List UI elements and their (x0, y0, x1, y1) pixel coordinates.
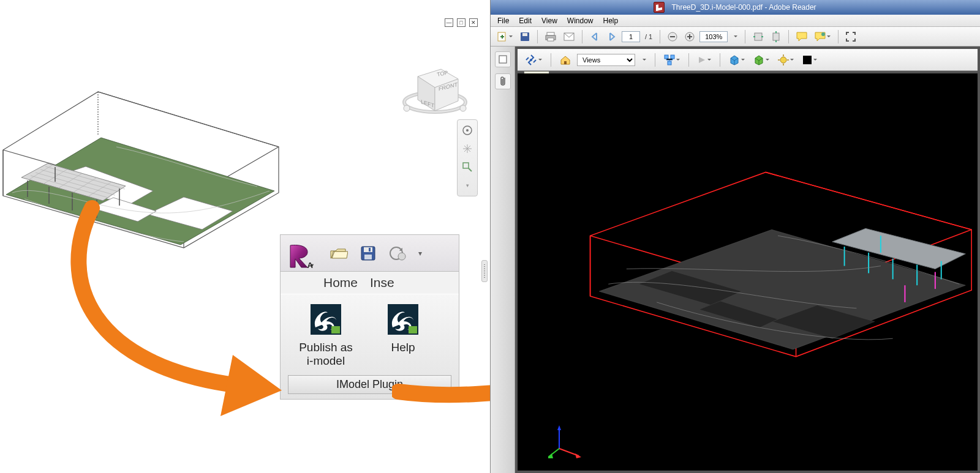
minimize-glyph: — (447, 20, 452, 26)
menu-edit[interactable]: Edit (514, 15, 536, 26)
revit-navbar: ▾ (457, 119, 478, 196)
svg-rect-45 (755, 33, 762, 40)
home-view-button[interactable] (557, 53, 573, 67)
menu-file[interactable]: File (493, 15, 513, 26)
pan-icon[interactable] (461, 142, 474, 155)
panel-splitter-handle[interactable] (481, 260, 488, 282)
zoom-level-input[interactable] (699, 31, 728, 42)
menu-view[interactable]: View (537, 15, 562, 26)
svg-point-50 (530, 59, 532, 61)
svg-rect-54 (668, 61, 671, 65)
quick-access-toolbar: ▼ A ▾ (281, 235, 459, 272)
menubar: File Edit View Window Help (491, 15, 980, 27)
ribbon-panel: Publish as i-model Help IModel Plugin (281, 294, 459, 399)
steering-wheel-icon[interactable] (461, 124, 474, 137)
svg-rect-52 (665, 55, 668, 59)
export-pdf-button[interactable] (494, 29, 515, 44)
next-page-button[interactable] (605, 29, 619, 44)
svg-rect-60 (803, 56, 812, 64)
view-minimize-button[interactable]: — (445, 18, 453, 27)
view-close-button[interactable]: ✕ (469, 18, 478, 27)
bentley-icon (385, 302, 421, 337)
fullscreen-button[interactable] (843, 29, 858, 44)
svg-rect-24 (364, 247, 372, 252)
svg-rect-21 (463, 163, 469, 168)
svg-point-55 (780, 57, 786, 63)
page-total-label: / 1 (643, 33, 655, 40)
email-button[interactable] (561, 29, 577, 44)
revit-ribbon-snippet: ▼ A ▾ Home Inse Publish as i-model (280, 234, 459, 400)
svg-rect-48 (499, 56, 507, 63)
svg-point-17 (404, 105, 410, 111)
view-maximize-button[interactable]: □ (457, 18, 466, 27)
background-color-button[interactable] (800, 53, 820, 67)
svg-rect-46 (773, 33, 779, 40)
svg-rect-36 (547, 32, 554, 35)
main-toolbar: / 1 (491, 27, 980, 47)
view-window-controls: — □ ✕ (445, 18, 478, 27)
svg-line-22 (469, 168, 472, 171)
3d-viewport[interactable] (518, 73, 978, 471)
help-button[interactable]: Help (370, 302, 436, 368)
app-menu-letter: A (307, 261, 313, 270)
model-tree-button[interactable] (662, 53, 682, 67)
svg-point-47 (821, 32, 825, 36)
tab-home[interactable]: Home (323, 275, 358, 290)
save-icon[interactable] (357, 242, 379, 264)
comment-button[interactable] (794, 29, 810, 44)
publish-line1: Publish as (299, 341, 353, 354)
ribbon-panel-title: IModel Plugin (288, 375, 451, 394)
menu-window[interactable]: Window (563, 15, 598, 26)
3d-toolbar: Views Rotate (518, 49, 978, 71)
svg-rect-30 (331, 326, 340, 333)
svg-point-18 (460, 105, 466, 111)
thumbnails-button[interactable] (495, 51, 511, 67)
svg-rect-38 (548, 38, 554, 41)
svg-rect-51 (564, 61, 567, 64)
rotate-tool-button[interactable] (522, 53, 545, 67)
adobe-reader-window: ThreeD_3D.i-Model-000.pdf - Adobe Reader… (490, 0, 980, 473)
lighting-button[interactable] (775, 53, 796, 67)
svg-rect-25 (364, 255, 372, 259)
publish-as-imodel-button[interactable]: Publish as i-model (293, 302, 359, 368)
window-title: ThreeD_3D.i-Model-000.pdf - Adobe Reader (668, 3, 820, 12)
views-dropdown[interactable] (639, 53, 649, 67)
ribbon-tabs: Home Inse (281, 272, 459, 294)
page-number-input[interactable] (622, 31, 640, 42)
render-mode-button[interactable] (751, 53, 772, 67)
share-button[interactable] (812, 29, 833, 44)
sync-icon[interactable] (386, 242, 409, 264)
print-button[interactable] (543, 29, 559, 44)
navigation-pane (491, 47, 515, 473)
bentley-icon (308, 302, 344, 337)
adobe-reader-icon (654, 2, 665, 13)
views-select[interactable]: Views (577, 54, 635, 66)
play-animation-button[interactable] (695, 53, 714, 67)
svg-rect-32 (409, 326, 417, 333)
open-icon[interactable] (328, 242, 350, 264)
viewcube[interactable]: TOP LEFT FRONT (398, 52, 472, 121)
menu-help[interactable]: Help (599, 15, 623, 26)
titlebar[interactable]: ThreeD_3D.i-Model-000.pdf - Adobe Reader (491, 0, 980, 15)
zoom-in-button[interactable] (682, 29, 697, 44)
prev-page-button[interactable] (587, 29, 602, 44)
svg-rect-35 (522, 33, 527, 36)
svg-point-20 (466, 129, 469, 132)
close-glyph: ✕ (471, 20, 476, 26)
navbar-expand-icon[interactable]: ▾ (461, 179, 474, 192)
help-line1: Help (391, 341, 415, 354)
save-button[interactable] (518, 29, 532, 44)
projection-button[interactable] (726, 53, 747, 67)
zoom-out-button[interactable] (665, 29, 680, 44)
fit-page-button[interactable] (769, 29, 783, 44)
zoom-dropdown[interactable] (730, 29, 740, 44)
publish-line2: i-model (307, 354, 345, 367)
qat-customize-dropdown[interactable]: ▾ (416, 242, 424, 264)
attachments-button[interactable] (495, 73, 511, 89)
maximize-glyph: □ (459, 20, 462, 26)
tab-insert[interactable]: Inse (370, 275, 394, 290)
zoom-region-icon[interactable] (461, 160, 474, 174)
application-menu-button[interactable]: ▼ A (283, 237, 317, 270)
fit-width-button[interactable] (750, 29, 766, 44)
axis-triad-icon (548, 423, 585, 460)
